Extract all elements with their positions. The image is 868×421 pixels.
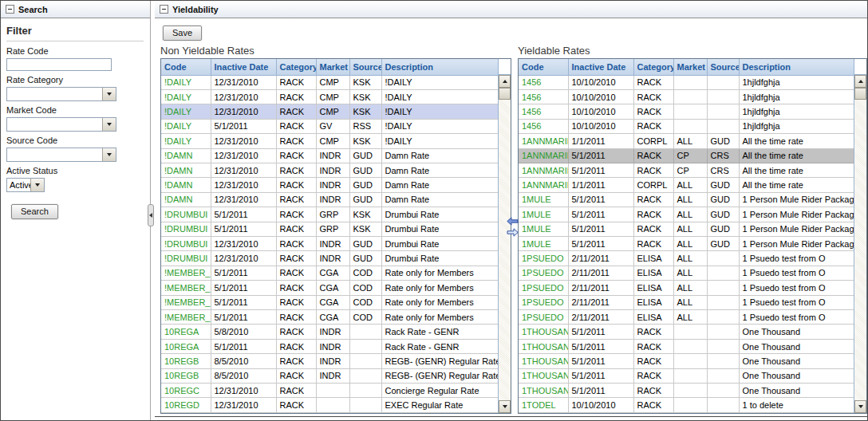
cell-description: Drumbui Rate bbox=[381, 251, 498, 266]
table-row[interactable]: 10REGB8/5/2010RACKINDRREGB- (GENR) Regul… bbox=[161, 354, 498, 368]
table-row[interactable]: 1PSUEDO2/11/2011ELISAALL1 Psuedo test fr… bbox=[519, 251, 854, 266]
cell-inactive-date: 8/5/2010 bbox=[211, 368, 276, 383]
table-row[interactable]: 1ANNMARIE1/1/2011CORPLALLGUDAll the time… bbox=[519, 178, 854, 192]
table-row[interactable]: 1MULE5/1/2011RACKALLGUD1 Person Mule Rid… bbox=[519, 236, 854, 250]
table-row[interactable]: !DAILY12/31/2010RACKCMPKSK!DAILY bbox=[161, 104, 498, 119]
table-row[interactable]: 10REGA5/8/2010RACKINDRRack Rate - GENR bbox=[161, 325, 498, 339]
cell-market: CP bbox=[673, 148, 707, 163]
column-header-source[interactable]: Source bbox=[707, 59, 739, 75]
column-header-description[interactable]: Description bbox=[381, 59, 498, 75]
cell-description: 1hjldfghja bbox=[739, 89, 854, 104]
scrollbar-track[interactable] bbox=[854, 100, 866, 400]
active-status-select[interactable]: Active bbox=[6, 178, 45, 192]
cell-description: 1 Psuedo test from O bbox=[739, 281, 854, 295]
yieldable-scrollbar[interactable] bbox=[854, 59, 866, 413]
table-row[interactable]: 145610/10/2010RACK1hjldfghja bbox=[519, 89, 854, 104]
rate-category-dropdown-button[interactable] bbox=[102, 88, 116, 100]
table-row[interactable]: 1ANNMARIE5/1/2011RACKCPCRSAll the time r… bbox=[519, 148, 854, 163]
column-header-description[interactable]: Description bbox=[739, 59, 854, 75]
table-row[interactable]: 1THOUSAND5/1/2011RACKOne Thousand bbox=[519, 368, 854, 383]
column-header-market[interactable]: Market bbox=[673, 59, 707, 75]
table-row[interactable]: 1THOUSAND5/1/2011RACKOne Thousand bbox=[519, 339, 854, 353]
table-row[interactable]: 1THOUSAND5/1/2011RACKOne Thousand bbox=[519, 384, 854, 398]
table-row[interactable]: 1PSUEDO2/11/2011ELISAALL1 Psuedo test fr… bbox=[519, 295, 854, 309]
table-row[interactable]: !DRUMBUI12/31/2010RACKINDRGUDDrumbui Rat… bbox=[161, 251, 498, 266]
table-row[interactable]: 1PSUEDO2/11/2011ELISAALL1 Psuedo test fr… bbox=[519, 310, 854, 325]
table-row[interactable]: 1TODEL10/10/2010RACK1 to delete bbox=[519, 398, 854, 413]
rate-category-select[interactable] bbox=[6, 87, 116, 101]
rate-code-input[interactable] bbox=[6, 58, 112, 71]
column-header-category[interactable]: Category bbox=[276, 59, 316, 75]
sidebar-collapse-handle[interactable] bbox=[148, 204, 154, 226]
table-row[interactable]: 1THOUSAND5/1/2011RACKOne Thousand bbox=[519, 325, 854, 339]
table-row[interactable]: 10REGC12/31/2010RACKConcierge Regular Ra… bbox=[161, 384, 498, 398]
table-row[interactable]: !DAILY12/31/2010RACKCMPKSK!DAILY bbox=[161, 89, 498, 104]
source-code-select[interactable] bbox=[6, 148, 116, 162]
collapse-search-panel-icon[interactable] bbox=[6, 5, 14, 14]
cell-category: RACK bbox=[633, 148, 673, 163]
column-header-market[interactable]: Market bbox=[316, 59, 349, 75]
search-button[interactable]: Search bbox=[11, 204, 58, 219]
scroll-down-button[interactable] bbox=[854, 400, 866, 413]
cell-inactive-date: 12/31/2010 bbox=[211, 251, 276, 266]
table-row[interactable]: 145610/10/2010RACK1hjldfghja bbox=[519, 75, 854, 89]
table-row[interactable]: !MEMBER_RA...5/1/2011RACKCGACODRate only… bbox=[161, 281, 498, 295]
cell-source bbox=[349, 339, 381, 353]
cell-inactive-date: 12/31/2010 bbox=[211, 398, 276, 413]
table-row[interactable]: 1PSUEDO2/11/2011ELISAALL1 Psuedo test fr… bbox=[519, 281, 854, 295]
cell-description: Damn Rate bbox=[381, 163, 498, 177]
cell-inactive-date: 5/1/2011 bbox=[568, 236, 633, 250]
scroll-down-button[interactable] bbox=[499, 400, 511, 413]
active-status-dropdown-button[interactable] bbox=[30, 179, 44, 191]
table-row[interactable]: !DAILY12/31/2010RACKCMPKSK!DAILY bbox=[161, 134, 498, 148]
cell-category: ELISA bbox=[633, 266, 673, 280]
table-row[interactable]: 1ANNMARIE1/1/2011CORPLALLGUDAll the time… bbox=[519, 134, 854, 148]
save-button[interactable]: Save bbox=[163, 26, 202, 41]
table-row[interactable]: 1ANNMARIE5/1/2011RACKCPCRSAll the time r… bbox=[519, 163, 854, 177]
table-row[interactable]: !MEMBER_RA...5/1/2011RACKCGACODRate only… bbox=[161, 266, 498, 280]
table-row[interactable]: !DAILY5/1/2011RACKGVRSS!DAILY bbox=[161, 119, 498, 133]
column-header-inactive-date[interactable]: Inactive Date bbox=[211, 59, 276, 75]
scrollbar-thumb[interactable] bbox=[499, 88, 511, 100]
table-row[interactable]: 10REGA5/1/2011RACKINDRRack Rate - GENR bbox=[161, 339, 498, 353]
table-row[interactable]: 1MULE5/1/2011RACKALLGUD1 Person Mule Rid… bbox=[519, 207, 854, 222]
table-row[interactable]: 145610/10/2010RACK1hjldfghja bbox=[519, 119, 854, 133]
table-row[interactable]: 10REGB8/5/2010RACKINDRREGB- (GENR) Regul… bbox=[161, 368, 498, 383]
cell-source bbox=[707, 368, 739, 383]
scroll-up-button[interactable] bbox=[499, 75, 511, 88]
column-header-inactive-date[interactable]: Inactive Date bbox=[568, 59, 633, 75]
move-left-button[interactable] bbox=[507, 217, 519, 226]
table-row[interactable]: !DRUMBUI12/31/2010RACKINDRGUDDrumbui Rat… bbox=[161, 236, 498, 250]
rate-category-value bbox=[7, 88, 102, 100]
column-header-source[interactable]: Source bbox=[349, 59, 381, 75]
cell-category: RACK bbox=[633, 236, 673, 250]
table-row[interactable]: !DRUMBUI5/1/2011RACKGRPKSKDrumbui Rate bbox=[161, 222, 498, 236]
table-row[interactable]: 10REGD12/31/2010RACKEXEC Regular Rate bbox=[161, 398, 498, 413]
market-code-select[interactable] bbox=[6, 117, 116, 132]
table-row[interactable]: !DAMN12/31/2010RACKINDRGUDDamn Rate bbox=[161, 163, 498, 177]
scrollbar-thumb[interactable] bbox=[854, 88, 866, 100]
yieldability-content: Save Non Yieldable Rates CodeInactive Da… bbox=[155, 18, 868, 421]
table-row[interactable]: !MEMBER_RA...5/1/2011RACKCGACODRate only… bbox=[161, 295, 498, 309]
scrollbar-track[interactable] bbox=[499, 100, 511, 400]
table-row[interactable]: !DAMN12/31/2010RACKINDRGUDDamn Rate bbox=[161, 178, 498, 192]
column-header-code[interactable]: Code bbox=[519, 59, 568, 75]
collapse-yieldability-panel-icon[interactable] bbox=[160, 5, 168, 14]
table-row[interactable]: 1PSUEDO2/11/2011ELISAALL1 Psuedo test fr… bbox=[519, 266, 854, 280]
table-row[interactable]: !MEMBER_RA...5/1/2011RACKCGACODRate only… bbox=[161, 310, 498, 325]
table-row[interactable]: !DAMN12/31/2010RACKINDRGUDDamn Rate bbox=[161, 192, 498, 207]
table-row[interactable]: 1MULE5/1/2011RACKALLGUD1 Person Mule Rid… bbox=[519, 222, 854, 236]
table-row[interactable]: !DAMN12/31/2010RACKINDRGUDDamn Rate bbox=[161, 148, 498, 163]
market-code-dropdown-button[interactable] bbox=[102, 118, 116, 131]
table-row[interactable]: 1MULE5/1/2011RACKALLGUD1 Person Mule Rid… bbox=[519, 192, 854, 207]
source-code-dropdown-button[interactable] bbox=[102, 148, 116, 161]
table-row[interactable]: 1THOUSAND5/1/2011RACKOne Thousand bbox=[519, 354, 854, 368]
column-header-code[interactable]: Code bbox=[161, 59, 211, 75]
table-row[interactable]: !DRUMBUI5/1/2011RACKGRPKSKDrumbui Rate bbox=[161, 207, 498, 222]
table-row[interactable]: !DAILY12/31/2010RACKCMPKSK!DAILY bbox=[161, 75, 498, 89]
move-right-button[interactable] bbox=[507, 228, 519, 237]
cell-description: 1hjldfghja bbox=[739, 119, 854, 133]
table-row[interactable]: 145610/10/2010RACK1hjldfghja bbox=[519, 104, 854, 119]
column-header-category[interactable]: Category bbox=[633, 59, 673, 75]
scroll-up-button[interactable] bbox=[854, 75, 866, 88]
